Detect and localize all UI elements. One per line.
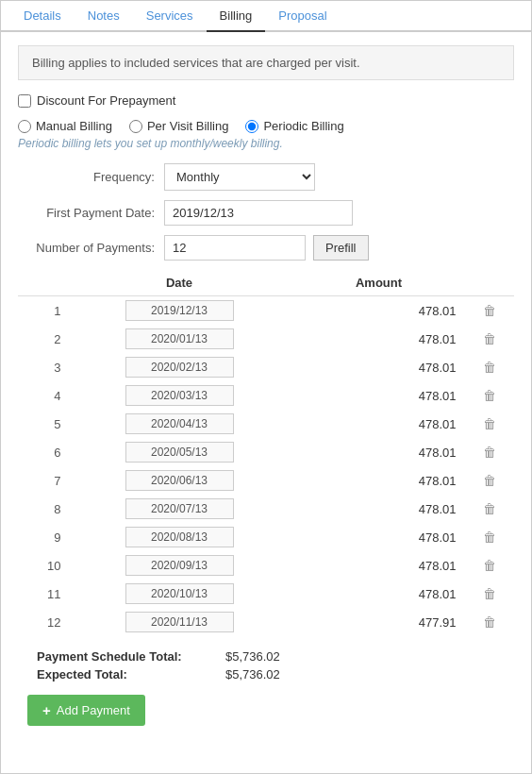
manual-billing-radio[interactable] (18, 120, 31, 133)
tab-services[interactable]: Services (133, 1, 207, 32)
table-row: 2 478.01 🗑 (18, 325, 514, 353)
row-number: 3 (18, 353, 66, 381)
row-number: 9 (18, 523, 66, 551)
manual-billing-label: Manual Billing (36, 119, 112, 133)
date-input[interactable] (125, 612, 234, 632)
first-payment-date-input[interactable] (164, 200, 353, 226)
expected-total-value: $5,736.02 (225, 667, 280, 681)
row-number: 8 (18, 495, 66, 523)
totals-section: Payment Schedule Total: $5,736.02 Expect… (18, 649, 514, 681)
tab-billing[interactable]: Billing (207, 1, 266, 32)
table-row: 11 478.01 🗑 (18, 580, 514, 608)
tab-proposal[interactable]: Proposal (265, 1, 340, 32)
date-input[interactable] (125, 413, 234, 434)
delete-row-button[interactable]: 🗑 (465, 523, 514, 551)
add-payment-button[interactable]: + Add Payment (27, 695, 145, 726)
row-number: 4 (18, 381, 66, 410)
delete-row-button[interactable]: 🗑 (465, 608, 514, 636)
date-input[interactable] (125, 470, 234, 491)
date-cell[interactable] (66, 551, 291, 580)
date-cell[interactable] (66, 523, 291, 551)
date-cell[interactable] (66, 296, 291, 326)
date-cell[interactable] (66, 325, 291, 353)
per-visit-billing-option[interactable]: Per Visit Billing (129, 119, 228, 133)
discount-checkbox[interactable] (18, 94, 31, 108)
date-cell[interactable] (66, 438, 291, 466)
first-payment-date-row: First Payment Date: (18, 200, 514, 226)
date-cell[interactable] (66, 466, 291, 495)
amount-cell: 478.01 (292, 353, 466, 381)
expected-total-label: Expected Total: (37, 667, 225, 681)
amount-cell: 478.01 (292, 523, 466, 551)
delete-row-button[interactable]: 🗑 (465, 353, 514, 381)
periodic-billing-radio[interactable] (245, 120, 258, 133)
table-row: 5 478.01 🗑 (18, 410, 514, 438)
date-cell[interactable] (66, 381, 291, 410)
table-row: 3 478.01 🗑 (18, 353, 514, 381)
date-input[interactable] (125, 442, 234, 463)
table-row: 12 477.91 🗑 (18, 608, 514, 636)
delete-row-button[interactable]: 🗑 (465, 580, 514, 608)
prefill-button[interactable]: Prefill (313, 235, 369, 261)
row-number: 5 (18, 410, 66, 438)
amount-column-header: Amount (292, 270, 466, 296)
num-payments-input[interactable] (164, 235, 306, 261)
table-row: 8 478.01 🗑 (18, 495, 514, 523)
date-input[interactable] (125, 328, 234, 349)
delete-row-button[interactable]: 🗑 (465, 438, 514, 466)
discount-label: Discount For Prepayment (37, 93, 175, 108)
row-number: 1 (18, 296, 66, 326)
plus-icon: + (42, 702, 51, 718)
table-row: 7 478.01 🗑 (18, 466, 514, 495)
date-cell[interactable] (66, 410, 291, 438)
amount-cell: 478.01 (292, 580, 466, 608)
date-input[interactable] (125, 385, 234, 406)
billing-type-group: Manual Billing Per Visit Billing Periodi… (18, 119, 514, 133)
add-payment-label: Add Payment (57, 703, 130, 717)
date-cell[interactable] (66, 580, 291, 608)
date-input[interactable] (125, 357, 234, 378)
manual-billing-option[interactable]: Manual Billing (18, 119, 112, 133)
date-cell[interactable] (66, 495, 291, 523)
table-row: 10 478.01 🗑 (18, 551, 514, 580)
delete-row-button[interactable]: 🗑 (465, 325, 514, 353)
delete-row-button[interactable]: 🗑 (465, 551, 514, 580)
schedule-total-label: Payment Schedule Total: (37, 649, 225, 664)
table-row: 1 478.01 🗑 (18, 296, 514, 326)
date-input[interactable] (125, 583, 234, 604)
delete-row-button[interactable]: 🗑 (465, 381, 514, 410)
amount-cell: 477.91 (292, 608, 466, 636)
table-row: 6 478.01 🗑 (18, 438, 514, 466)
num-payments-row: Number of Payments: Prefill (18, 235, 514, 261)
date-cell[interactable] (66, 608, 291, 636)
date-input[interactable] (125, 527, 234, 547)
date-cell[interactable] (66, 353, 291, 381)
payment-schedule-table: Date Amount 1 478.01 🗑 2 478.01 🗑 3 (18, 270, 514, 636)
row-number: 12 (18, 608, 66, 636)
discount-row: Discount For Prepayment (18, 93, 514, 108)
tab-notes[interactable]: Notes (75, 1, 133, 32)
per-visit-billing-radio[interactable] (129, 120, 142, 133)
date-input[interactable] (125, 300, 234, 321)
table-row: 4 478.01 🗑 (18, 381, 514, 410)
row-number: 10 (18, 551, 66, 580)
amount-cell: 478.01 (292, 325, 466, 353)
per-visit-billing-label: Per Visit Billing (147, 119, 228, 133)
periodic-billing-option[interactable]: Periodic Billing (245, 119, 343, 133)
table-row: 9 478.01 🗑 (18, 523, 514, 551)
num-payments-label: Number of Payments: (18, 241, 164, 255)
delete-row-button[interactable]: 🗑 (465, 410, 514, 438)
date-input[interactable] (125, 498, 234, 519)
frequency-select[interactable]: Monthly Weekly Bi-Weekly (164, 163, 315, 191)
row-number: 7 (18, 466, 66, 495)
delete-row-button[interactable]: 🗑 (465, 296, 514, 326)
tab-details[interactable]: Details (10, 1, 75, 32)
delete-row-button[interactable]: 🗑 (465, 466, 514, 495)
row-number: 6 (18, 438, 66, 466)
periodic-billing-label: Periodic Billing (263, 119, 343, 133)
delete-row-button[interactable]: 🗑 (465, 495, 514, 523)
date-input[interactable] (125, 555, 234, 576)
amount-cell: 478.01 (292, 410, 466, 438)
date-column-header: Date (66, 270, 291, 296)
schedule-total-row: Payment Schedule Total: $5,736.02 (18, 649, 514, 664)
